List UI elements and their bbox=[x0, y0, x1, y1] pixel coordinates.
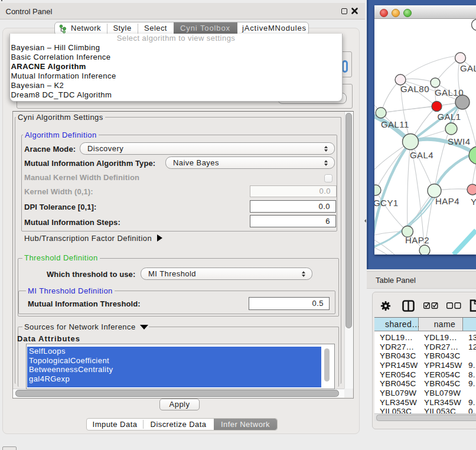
svg-text:GAL: GAL bbox=[460, 63, 476, 73]
svg-text:GAL80: GAL80 bbox=[400, 84, 429, 94]
svg-text:GAL11: GAL11 bbox=[381, 119, 409, 129]
svg-text:SWI4: SWI4 bbox=[448, 136, 470, 146]
svg-text:HAP2: HAP2 bbox=[405, 235, 429, 245]
svg-text:HAP4: HAP4 bbox=[435, 196, 459, 206]
svg-text:GAL10: GAL10 bbox=[435, 87, 464, 97]
svg-text:GCY1: GCY1 bbox=[374, 198, 399, 208]
svg-text:GAL1: GAL1 bbox=[438, 112, 461, 122]
svg-text:Y: Y bbox=[471, 197, 476, 207]
svg-text:GAL4: GAL4 bbox=[410, 150, 433, 160]
